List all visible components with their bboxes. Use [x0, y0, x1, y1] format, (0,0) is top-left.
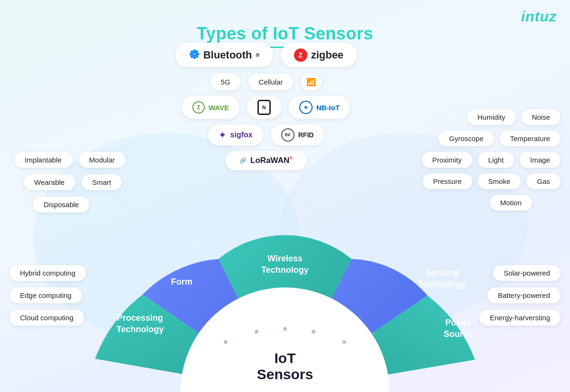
power-source-label: PowerSource — [444, 317, 473, 340]
page-header: Types of IoT Sensors — [0, 0, 570, 48]
energy-harvesting-pill: Energy-harversting — [479, 310, 560, 325]
nbiot-pill: ⊕ NB-IoT — [289, 96, 350, 119]
image-pill: Image — [520, 152, 560, 168]
cellular-pill: Cellular — [248, 74, 294, 90]
form-pills-area: Implantable Modular Wearable Smart Dispo… — [14, 152, 125, 219]
sensing-tech-text: SensingTechnology — [418, 268, 466, 288]
wireless-technology-label: WirelessTechnology — [261, 253, 309, 276]
processing-tech-text: ProcessingTechnology — [116, 313, 164, 334]
solar-powered-label: Solar-powered — [504, 269, 550, 277]
smart-pill: Smart — [82, 174, 122, 190]
battery-powered-pill: Battery-powered — [487, 287, 560, 303]
hybrid-computing-pill: Hybrid computing — [10, 265, 86, 281]
rfid-label: RFID — [298, 131, 314, 139]
lorawan-label: LoRaWAN® — [250, 156, 293, 165]
light-pill: Light — [478, 152, 514, 168]
zwave-label: WAVE — [209, 104, 229, 112]
zigbee-icon: Z — [294, 48, 307, 62]
light-label: Light — [488, 156, 504, 164]
humidity-pill: Humidity — [467, 109, 515, 125]
gyroscope-pill: Gyroscope — [438, 131, 494, 146]
gas-pill: Gas — [526, 173, 560, 189]
motion-pill: Motion — [490, 195, 532, 210]
smoke-pill: Smoke — [478, 173, 521, 189]
bluetooth-pill: ☸ Bluetooth® — [175, 43, 273, 67]
page-title: Types of IoT Sensors — [0, 10, 570, 44]
zigbee-label: zigbee — [311, 49, 343, 61]
modular-pill: Modular — [79, 152, 125, 168]
wearable-label: Wearable — [34, 178, 65, 186]
5g-label: 5G — [221, 78, 230, 86]
implantable-label: Implantable — [25, 156, 62, 164]
iot-line2: Sensors — [257, 366, 313, 382]
processing-technology-label: ProcessingTechnology — [116, 313, 164, 335]
noise-pill: Noise — [522, 109, 560, 125]
edge-computing-label: Edge computing — [20, 291, 71, 299]
gyroscope-label: Gyroscope — [449, 134, 484, 143]
form-text: Form — [171, 277, 192, 287]
bluetooth-icon: ☸ — [189, 48, 200, 62]
image-label: Image — [530, 156, 550, 164]
edge-computing-pill: Edge computing — [10, 287, 82, 303]
rfid-icon: RF — [281, 128, 294, 142]
rfid-pill: RF RFID — [271, 124, 324, 145]
zigbee-pill: Z zigbee — [281, 43, 357, 67]
smart-label: Smart — [92, 178, 111, 186]
temperature-label: Temperature — [510, 134, 550, 143]
nbiot-label: NB-IoT — [316, 104, 340, 112]
zwave-icon: Z — [192, 101, 205, 114]
sigfox-pill: ✦ sigfox — [208, 124, 263, 145]
cloud-computing-pill: Cloud computing — [10, 310, 84, 325]
sensing-pills-area: Humidity Noise Gyroscope Temperature Pro… — [422, 109, 560, 210]
power-source-text: PowerSource — [444, 318, 473, 338]
wifi-pill: 📶 — [301, 74, 322, 90]
processing-pills-area: Hybrid computing Edge computing Cloud co… — [10, 265, 86, 325]
noise-label: Noise — [532, 113, 550, 121]
bluetooth-label: Bluetooth — [203, 49, 252, 61]
pressure-pill: Pressure — [423, 173, 472, 189]
lorawan-icon: 🔗 — [239, 157, 247, 164]
disposable-pill: Disposable — [33, 197, 89, 212]
wifi-icon: 📶 — [306, 77, 316, 86]
wireless-tech-text: WirelessTechnology — [261, 254, 309, 274]
sigfox-icon: ✦ — [218, 129, 227, 141]
hybrid-computing-label: Hybrid computing — [20, 269, 76, 277]
battery-powered-label: Battery-powered — [498, 291, 550, 299]
5g-pill: 5G — [210, 74, 241, 90]
humidity-label: Humidity — [477, 113, 505, 121]
nfc-pill: N — [247, 96, 281, 119]
solar-powered-pill: Solar-powered — [493, 265, 560, 281]
motion-label: Motion — [500, 199, 522, 207]
iot-sensors-center: IoT Sensors — [257, 350, 313, 382]
logo: intuz — [521, 9, 557, 25]
smoke-label: Smoke — [488, 177, 511, 185]
proximity-pill: Proximity — [422, 152, 472, 168]
logo-text: intuz — [521, 9, 557, 24]
nbiot-icon: ⊕ — [299, 101, 313, 114]
lorawan-pill: 🔗 LoRaWAN® — [225, 151, 307, 170]
cellular-label: Cellular — [259, 78, 283, 86]
modular-label: Modular — [89, 156, 115, 164]
cloud-computing-label: Cloud computing — [20, 314, 74, 322]
form-label: Form — [171, 277, 192, 287]
zwave-pill: Z WAVE — [182, 96, 239, 119]
gas-label: Gas — [537, 177, 550, 185]
sigfox-label: sigfox — [230, 131, 253, 139]
pressure-label: Pressure — [433, 177, 462, 185]
implantable-pill: Implantable — [14, 152, 72, 168]
nfc-icon: N — [257, 100, 271, 115]
temperature-pill: Temperature — [500, 131, 560, 146]
sensing-technology-label: SensingTechnology — [418, 268, 466, 290]
power-pills-area: Solar-powered Battery-powered Energy-har… — [479, 265, 560, 325]
connectivity-area: ☸ Bluetooth® Z zigbee 5G Cellular 📶 Z — [152, 43, 380, 176]
proximity-label: Proximity — [432, 156, 462, 164]
iot-line1: IoT — [257, 350, 313, 366]
energy-harvesting-label: Energy-harversting — [490, 314, 550, 322]
disposable-label: Disposable — [44, 201, 79, 209]
wearable-pill: Wearable — [24, 174, 75, 190]
